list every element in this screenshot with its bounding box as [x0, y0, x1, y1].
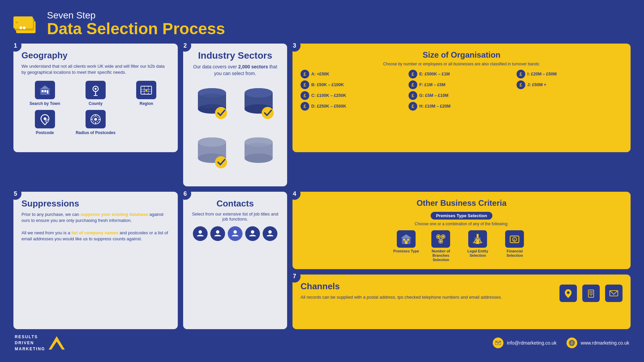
size-item-i: £ I: £20M – £50M [517, 70, 623, 78]
step-5-badge: 5 [9, 188, 21, 200]
contact-icons [191, 226, 279, 241]
svg-rect-84 [592, 291, 593, 292]
financial-icon-item: £ Financial Selection [499, 230, 530, 258]
geo-icon-region: Region [123, 81, 170, 106]
svg-rect-89 [591, 294, 592, 295]
db-icon-1 [191, 87, 232, 130]
channels-body: All records can be supplied with a posta… [301, 294, 553, 300]
svg-text:£: £ [514, 238, 515, 241]
geography-body: We understand that not all clients work … [21, 63, 170, 75]
svg-point-13 [95, 88, 97, 90]
company-names-link: list of company names [71, 230, 118, 235]
pound-icon-j: £ [517, 80, 525, 89]
size-item-f: £ F: £1M – £5M [409, 80, 515, 89]
step-1-badge: 1 [9, 40, 21, 52]
premises-type-icon [397, 230, 416, 248]
pound-icon-g: £ [409, 91, 417, 100]
radius-icon [86, 110, 106, 128]
footer-website-text: www.rdmarketing.co.uk [581, 340, 629, 346]
db-icon-4 [238, 136, 279, 180]
size-item-c: £ C: £100K – £250K [301, 91, 407, 100]
other-card: 4 Other Business Criteria Premises Type … [292, 192, 631, 269]
step-4-badge: 4 [288, 188, 301, 200]
svg-rect-90 [592, 294, 593, 295]
footer: RESULTS DRIVEN MARKETING info@rdmarketin… [13, 334, 631, 352]
geography-title: Geography [21, 50, 170, 61]
step-3-badge: 3 [288, 40, 301, 52]
svg-rect-85 [589, 293, 590, 293]
financial-icon: £ [505, 230, 524, 248]
pound-icon-d: £ [301, 102, 309, 111]
footer-logo-line1: RESULTS [15, 334, 45, 340]
geo-icon-postcode: Postcode [21, 110, 68, 135]
header-title: Data Selection Process [47, 21, 225, 37]
channels-title: Channels [301, 281, 553, 292]
postcode-icon [35, 110, 55, 128]
financial-label: Financial Selection [499, 249, 530, 258]
geo-icon-town: Search by Town [21, 81, 68, 106]
svg-point-46 [198, 137, 226, 147]
contact-person-3 [228, 226, 243, 241]
channels-icons [559, 281, 623, 302]
channels-text: Channels All records can be supplied wit… [301, 281, 553, 300]
branches-icon [431, 230, 450, 248]
contact-person-2 [210, 226, 225, 241]
contacts-title: Contacts [191, 198, 279, 209]
county-icon [86, 81, 106, 99]
svg-point-64 [437, 236, 439, 238]
header-icon [13, 12, 40, 35]
suppressions-title: Suppressions [21, 198, 170, 209]
svg-rect-76 [476, 239, 479, 244]
postcode-label: Postcode [36, 130, 54, 135]
branches-label: Number of Branches Selection [426, 249, 456, 262]
svg-point-80 [567, 291, 570, 294]
industry-title: Industry Sectors [191, 50, 279, 61]
region-label: Region [140, 101, 153, 106]
footer-logo-line2: DRIVEN [15, 340, 45, 346]
svg-rect-86 [591, 293, 592, 293]
size-item-g: £ G: £5M – £10M [409, 91, 515, 100]
svg-rect-71 [477, 234, 479, 237]
channels-content: Channels All records can be supplied wit… [301, 281, 623, 302]
step-6-badge: 6 [179, 188, 191, 200]
other-desc: Choose one or a combination of any of th… [301, 222, 623, 226]
svg-point-55 [233, 230, 237, 234]
svg-rect-7 [42, 90, 44, 92]
svg-rect-8 [44, 90, 46, 92]
premises-type-icon-item: Premises Type [393, 230, 419, 253]
svg-rect-9 [47, 90, 48, 94]
svg-rect-60 [403, 239, 405, 241]
contact-person-1 [193, 226, 208, 241]
svg-point-68 [440, 240, 442, 242]
footer-rdm-icon [49, 336, 65, 350]
header: Seven Step Data Selection Process [13, 10, 631, 37]
geography-card: 1 Geography We understand that not all c… [13, 44, 178, 152]
size-item-e: £ E: £500K – £1M [409, 70, 515, 78]
footer-contact: info@rdmarketing.co.uk www.rdmarketing.c… [493, 338, 629, 348]
svg-point-66 [442, 236, 444, 238]
svg-rect-81 [588, 290, 594, 297]
db-icon-3 [191, 136, 232, 180]
globe-icon [567, 338, 577, 348]
branches-icon-item: Number of Branches Selection [426, 230, 456, 262]
header-subtitle: Seven Step [47, 10, 225, 21]
geo-icon-county: County [72, 81, 119, 106]
suppressions-card: 5 Suppressions Prior to any purchase, we… [13, 192, 178, 329]
other-title: Other Business Criteria [301, 198, 623, 208]
industry-card: 2 Industry Sectors Our data covers over … [183, 44, 287, 186]
svg-point-42 [262, 107, 274, 119]
size-item-a: £ A: <£50K [301, 70, 407, 78]
county-label: County [89, 101, 102, 106]
svg-rect-88 [589, 294, 590, 295]
geo-icon-radius: Radius of Postcodes [72, 110, 119, 135]
industry-desc: Our data covers over 2,000 sectors that … [191, 64, 279, 77]
size-item-b: £ B: £50K – £100K [301, 80, 407, 89]
svg-point-36 [198, 99, 226, 108]
svg-rect-62 [405, 241, 408, 244]
svg-point-41 [245, 88, 273, 98]
radius-label: Radius of Postcodes [76, 130, 116, 135]
footer-logo: RESULTS DRIVEN MARKETING [15, 334, 65, 352]
premises-badge: Premises Type Selection [431, 212, 492, 220]
svg-point-53 [199, 230, 202, 234]
contact-person-4 [245, 226, 260, 241]
